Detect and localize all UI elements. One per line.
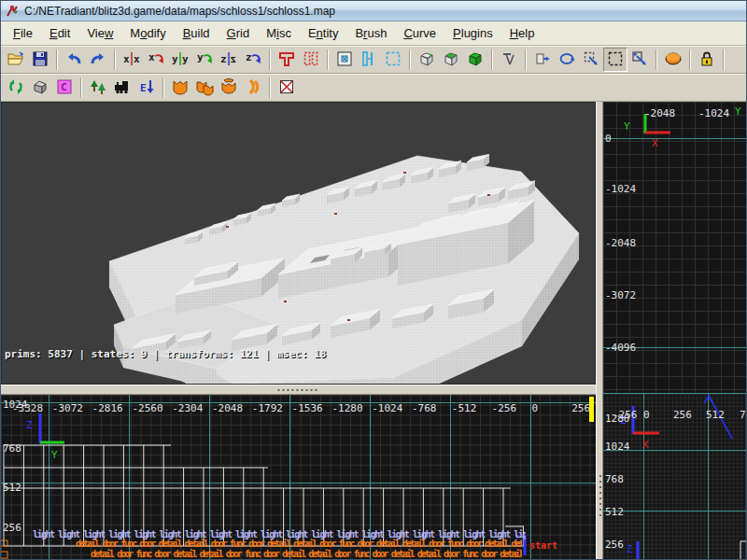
clipper-button[interactable] (497, 48, 521, 72)
ruler-label: 0 (531, 402, 538, 414)
horizontal-splitter[interactable] (1, 385, 596, 395)
2d-view-xy-top[interactable]: -2048-10240-1024-2048-3072-4096Y Y X (603, 102, 747, 393)
disable-clip-button[interactable] (275, 76, 299, 100)
menu-item-edit[interactable]: Edit (41, 23, 78, 43)
train-button[interactable] (110, 76, 134, 100)
ruler-label: -512 (452, 402, 477, 414)
hollow-button[interactable] (332, 48, 357, 72)
svg-text:z: z (246, 51, 252, 63)
lock-selection-button[interactable] (695, 48, 719, 72)
entity-labels: detail door func_door detail detail door… (76, 539, 522, 549)
3d-scene (2, 103, 596, 385)
menu-item-help[interactable]: Help (501, 23, 543, 43)
svg-text:y: y (172, 53, 178, 65)
menu-item-grid[interactable]: Grid (218, 23, 259, 43)
flip-clip-button[interactable] (463, 48, 487, 72)
csg-merge-button[interactable] (299, 48, 323, 72)
toolbar-separator (269, 77, 271, 98)
resize-brush-button[interactable] (627, 48, 652, 72)
save-button[interactable] (28, 48, 52, 72)
ruler-label: -1536 (292, 402, 323, 414)
rotate-x-icon: x (147, 49, 165, 71)
flip-x-icon: xx (122, 49, 141, 71)
rotate-tool-button[interactable] (555, 48, 579, 72)
ruler-label: 512 (3, 482, 21, 494)
menu-item-view[interactable]: View (78, 23, 121, 43)
disable-clip-icon (277, 77, 296, 99)
select-box-icon (606, 49, 625, 71)
2d-view-xz-front[interactable]: -2560256512712801024768512256 Z X Z (603, 393, 747, 560)
2d-view-yz-side[interactable]: -3328-3072-2816-2560-2304-2048-1792-1536… (1, 395, 596, 560)
csg-subtract-button[interactable] (275, 48, 299, 72)
ruler-label: 256 (605, 539, 624, 551)
svg-text:Y: Y (51, 449, 58, 461)
menu-item-brush[interactable]: Brush (346, 23, 395, 43)
svg-text:x: x (134, 53, 140, 65)
window-title: C:/NETradiant/blitz3d.game/data/maps/sch… (24, 5, 335, 18)
select-inside-button[interactable] (381, 48, 405, 72)
translate-icon (533, 49, 552, 71)
ruler-label: -2560 (132, 402, 162, 414)
flip-y-button[interactable]: yy (168, 48, 192, 72)
flip-x-button[interactable]: xx (120, 48, 144, 72)
split-selection-button[interactable] (439, 48, 463, 72)
menu-item-plugins[interactable]: Plugins (444, 23, 501, 43)
toolbar-separator (655, 49, 657, 70)
toolbar-separator (80, 77, 82, 98)
rotate-x-button[interactable]: x (144, 48, 168, 72)
make-room-button[interactable] (357, 48, 381, 72)
svg-text:X: X (642, 439, 649, 451)
patch-cylinder-button[interactable] (241, 76, 265, 100)
titlebar[interactable]: C:/NETradiant/blitz3d.game/data/maps/sch… (1, 1, 747, 21)
rotate-z-button[interactable]: z (241, 48, 265, 72)
patch-bevel-button[interactable] (192, 76, 217, 100)
undo-button[interactable] (62, 48, 86, 72)
patch-endcap-icon (219, 77, 238, 99)
undo-icon (64, 49, 83, 71)
open-button[interactable] (4, 48, 28, 72)
hollow-icon (335, 49, 354, 71)
flip-z-button[interactable]: zz (217, 48, 241, 72)
clip-selection-button[interactable] (415, 48, 439, 72)
redo-icon (89, 49, 107, 71)
drop-entity-icon: E (137, 77, 156, 99)
resize-brush-icon (630, 49, 649, 71)
ruler-label: 256 (673, 409, 692, 421)
scale-tool-button[interactable] (579, 48, 603, 72)
make-room-icon (359, 49, 378, 71)
redo-button[interactable] (86, 48, 110, 72)
menu-item-modify[interactable]: Modify (121, 23, 174, 43)
rotate-y-button[interactable]: y (192, 48, 217, 72)
menu-item-file[interactable]: File (5, 23, 41, 43)
flip-y-icon: yy (171, 49, 190, 71)
toolbar-separator (409, 49, 411, 70)
toolbar-separator (162, 77, 164, 98)
svg-text:y: y (197, 51, 204, 63)
camera-3d-view[interactable]: prims: 5837 | states: 9 | transforms: 12… (1, 102, 596, 385)
toolbar-separator (327, 49, 329, 70)
toolbar-separator (56, 49, 58, 70)
ruler-label: -1024 (372, 402, 402, 414)
menu-item-entity[interactable]: Entity (300, 23, 347, 43)
menubar: FileEditViewModifyBuildGridMiscEntityBru… (1, 21, 747, 46)
svg-text:z: z (230, 53, 236, 65)
menu-item-misc[interactable]: Misc (258, 23, 300, 43)
svg-text:Z: Z (627, 544, 632, 554)
clipper-icon (500, 49, 518, 71)
select-box-button[interactable] (603, 48, 627, 72)
vertical-splitter[interactable] (596, 102, 603, 560)
patch-cap-button[interactable] (168, 76, 192, 100)
trees-button[interactable] (86, 76, 110, 100)
background-brush-button[interactable] (28, 76, 52, 100)
drop-entity-button[interactable]: E (134, 76, 159, 100)
patch-cap-icon (171, 77, 190, 99)
start-entity-label: start (529, 540, 557, 551)
texture-lock-button[interactable] (661, 48, 685, 72)
refresh-models-button[interactable] (4, 76, 28, 100)
texture-lock-icon (664, 49, 683, 71)
menu-item-curve[interactable]: Curve (395, 23, 444, 43)
patch-endcap-button[interactable] (217, 76, 241, 100)
translate-button[interactable] (530, 48, 555, 72)
console-button[interactable]: C (52, 76, 77, 100)
menu-item-build[interactable]: Build (175, 23, 218, 43)
